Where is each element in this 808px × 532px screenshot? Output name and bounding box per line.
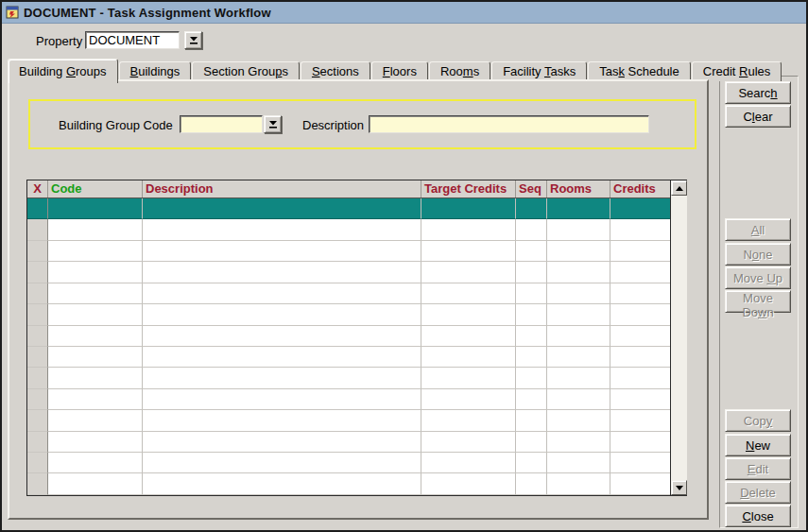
scroll-up-button[interactable] [671,180,687,196]
table-cell [421,198,516,219]
scrollbar-track[interactable] [671,196,687,480]
table-cell [421,410,516,431]
delete-button[interactable]: Delete [725,481,791,504]
table-cell [547,473,610,494]
property-label: Property [36,34,82,48]
table-cell [547,198,610,219]
table-cell [48,347,143,368]
tab-task-schedule[interactable]: Task Schedule [588,61,691,81]
table-row[interactable] [27,326,670,347]
table-row[interactable] [27,241,670,262]
move-down-button[interactable]: Move Down [725,290,791,313]
table-cell [27,368,48,388]
vertical-scrollbar[interactable] [670,180,687,495]
table-cell [27,473,48,494]
table-cell [547,241,610,262]
tab-bar: Building Groups Buildings Section Groups… [8,57,707,81]
tab-facility-tasks[interactable]: Facility Tasks [491,61,587,81]
table-row[interactable] [27,198,670,219]
title-bar: DOCUMENT - Task Assignment Workflow [2,2,806,24]
scroll-down-button[interactable] [671,480,687,495]
up-arrow-icon [676,186,683,191]
table-cell [516,219,547,240]
table-row[interactable] [27,219,670,240]
clear-button[interactable]: Clear [725,105,791,128]
table-cell [547,347,610,368]
table-header-row: X Code Description Target Credits Seq Ro… [27,180,670,198]
building-group-code-label: Building Group Code [59,118,173,132]
table-cell [516,432,547,453]
column-header-description: Description [143,180,421,197]
table-cell [27,326,48,347]
tab-sections[interactable]: Sections [301,61,370,81]
table-cell [516,347,547,368]
tab-floors[interactable]: Floors [371,61,428,81]
move-up-button[interactable]: Move Up [725,266,791,289]
table-cell [143,368,421,388]
table-row[interactable] [27,368,670,388]
table-cell [421,262,516,283]
table-cell [610,304,672,325]
tab-content-panel: Building Group Code Description X Code D… [8,79,709,520]
table-cell [547,262,610,283]
table-row[interactable] [27,453,670,473]
table-cell [547,304,610,325]
table-cell [421,241,516,262]
column-header-seq: Seq [516,180,547,197]
table-row[interactable] [27,410,670,431]
table-cell [421,283,516,304]
close-button[interactable]: Close [725,505,791,527]
table-cell [421,389,516,410]
table-cell [143,304,421,325]
table-row[interactable] [27,283,670,304]
table-cell [516,262,547,283]
column-header-x: X [27,180,48,197]
table-row[interactable] [27,432,670,453]
table-cell [421,473,516,494]
tab-section-groups[interactable]: Section Groups [192,61,300,81]
column-header-rooms: Rooms [547,180,610,197]
table-cell [27,283,48,304]
table-cell [547,219,610,240]
copy-button[interactable]: Copy [725,409,791,432]
lov-dropdown-icon [268,119,278,129]
table-cell [143,283,421,304]
search-button[interactable]: Search [725,81,791,104]
table-cell [516,304,547,325]
tab-credit-rules[interactable]: Credit Rules [692,61,782,81]
table-cell [27,347,48,368]
tab-building-groups[interactable]: Building Groups [8,59,118,83]
table-cell [516,473,547,494]
all-button[interactable]: All [725,218,791,241]
property-input[interactable] [85,31,180,49]
table-cell [516,389,547,410]
table-row[interactable] [27,473,670,494]
window-title: DOCUMENT - Task Assignment Workflow [24,6,271,20]
edit-button[interactable]: Edit [725,457,791,480]
table-cell [143,432,421,453]
table-cell [421,219,516,240]
table-cell [610,347,672,368]
building-group-code-lov-button[interactable] [264,115,282,133]
table-cell [610,389,672,410]
property-lov-button[interactable] [184,31,202,49]
table-row[interactable] [27,347,670,368]
table-row[interactable] [27,389,670,410]
table-row[interactable] [27,304,670,325]
description-input[interactable] [369,115,649,133]
table-cell [48,326,143,347]
table-cell [516,368,547,388]
table-cell [421,432,516,453]
table-cell [610,410,672,431]
table-cell [610,262,672,283]
table-cell [27,453,48,473]
tab-rooms[interactable]: Rooms [429,61,490,81]
description-label: Description [302,118,364,132]
building-group-code-input[interactable] [180,115,263,133]
table-row[interactable] [27,262,670,283]
table-cell [27,304,48,325]
tab-buildings[interactable]: Buildings [119,61,192,81]
none-button[interactable]: None [725,243,791,266]
new-button[interactable]: New [725,434,791,456]
table-cell [48,368,143,388]
